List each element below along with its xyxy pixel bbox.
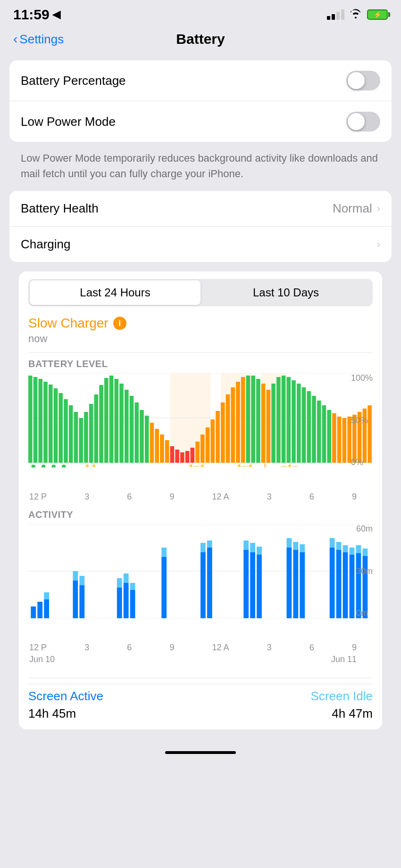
svg-rect-32 (160, 434, 164, 463)
svg-rect-22 (109, 376, 114, 463)
charging-right: › (377, 238, 380, 251)
battery-x-labels: 12 P 3 6 9 12 A 3 6 9 (28, 491, 373, 509)
svg-rect-8 (38, 379, 42, 463)
svg-rect-90 (73, 581, 78, 618)
svg-text:⚡⚡: ⚡⚡ (84, 463, 97, 467)
chart-section: Last 24 Hours Last 10 Days Slow Charger … (19, 271, 382, 729)
home-indicator-container (0, 744, 401, 762)
svg-rect-12 (58, 393, 63, 463)
battery-health-label: Battery Health (21, 201, 99, 216)
act-x-12p: 12 P (29, 643, 47, 653)
svg-rect-103 (200, 543, 206, 552)
divider-1 (28, 352, 373, 353)
svg-rect-11 (54, 388, 58, 463)
svg-rect-93 (79, 576, 84, 585)
screen-idle-legend: Screen Idle (310, 689, 373, 704)
svg-rect-45 (226, 394, 230, 463)
svg-rect-122 (343, 552, 348, 618)
svg-rect-62 (312, 396, 316, 463)
chart-legend: Screen Active Screen Idle (28, 684, 373, 705)
y-label-0m: 0m (356, 608, 373, 618)
low-power-mode-row[interactable]: Low Power Mode (9, 101, 392, 142)
home-indicator[interactable] (165, 751, 236, 754)
svg-text:—⚡—: —⚡— (282, 463, 299, 467)
svg-rect-100 (161, 557, 167, 618)
time-segmented-control[interactable]: Last 24 Hours Last 10 Days (28, 279, 373, 306)
act-x-6p: 6 (309, 643, 314, 653)
svg-rect-107 (243, 540, 249, 550)
charging-chevron-icon: › (377, 238, 380, 251)
battery-percentage-toggle[interactable] (346, 71, 380, 90)
battery-chart-svg: ⚡⚡ ⚡—⚡ ⚡—⚡ || —⚡— (28, 373, 373, 467)
svg-point-74 (31, 465, 35, 467)
status-icons: ⚡ (327, 8, 388, 21)
svg-rect-46 (231, 387, 235, 463)
svg-rect-63 (317, 401, 321, 463)
svg-rect-17 (84, 412, 88, 463)
battery-health-row[interactable]: Battery Health Normal › (9, 191, 392, 227)
battery-percentage-label: Battery Percentage (21, 74, 126, 88)
svg-rect-30 (150, 423, 154, 463)
svg-rect-56 (282, 376, 286, 463)
info-badge[interactable]: i (113, 317, 126, 330)
svg-rect-124 (350, 555, 355, 618)
svg-rect-24 (119, 384, 124, 463)
battery-y-labels: 100% 50% 0% (351, 373, 373, 467)
svg-rect-94 (117, 588, 122, 618)
svg-rect-7 (33, 377, 38, 463)
battery-percentage-row[interactable]: Battery Percentage (9, 60, 392, 101)
svg-rect-86 (31, 606, 36, 618)
time-label: 11:59 (13, 7, 50, 23)
segment-10d[interactable]: Last 10 Days (200, 280, 371, 305)
nav-bar: ‹ Settings Battery (0, 26, 401, 57)
svg-rect-67 (337, 417, 342, 463)
svg-rect-28 (140, 410, 144, 463)
y-label-30m: 30m (356, 566, 373, 576)
svg-rect-121 (336, 542, 342, 550)
signal-bar-2 (332, 14, 335, 20)
battery-toggles-card: Battery Percentage Low Power Mode (9, 60, 392, 142)
svg-rect-6 (28, 376, 33, 463)
charging-row[interactable]: Charging › (9, 227, 392, 262)
svg-rect-65 (327, 410, 331, 463)
low-power-description: Low Power Mode temporarily reduces backg… (9, 146, 392, 191)
svg-rect-49 (246, 376, 251, 463)
act-x-9a: 9 (169, 643, 174, 653)
svg-rect-43 (216, 411, 220, 463)
svg-rect-35 (175, 450, 179, 463)
act-x-6a: 6 (127, 643, 132, 653)
svg-rect-96 (124, 583, 129, 618)
svg-rect-23 (115, 379, 119, 463)
x-label-12a: 12 A (212, 492, 229, 502)
bottom-values: 14h 45m 4h 47m (28, 705, 373, 722)
svg-point-75 (42, 465, 46, 467)
svg-rect-14 (69, 405, 73, 463)
svg-rect-10 (49, 385, 53, 463)
x-label-3a: 3 (84, 492, 89, 502)
svg-rect-61 (307, 391, 311, 463)
back-button[interactable]: ‹ Settings (13, 32, 64, 47)
activity-label: ACTIVITY (28, 509, 373, 520)
segment-24h[interactable]: Last 24 Hours (30, 280, 200, 305)
svg-rect-58 (292, 380, 296, 463)
svg-rect-98 (130, 590, 135, 618)
screen-active-legend: Screen Active (28, 689, 103, 704)
svg-point-76 (51, 465, 56, 467)
svg-rect-123 (343, 545, 348, 552)
toggle-thumb-2 (348, 113, 365, 130)
svg-point-77 (62, 465, 66, 467)
svg-rect-115 (293, 542, 298, 550)
svg-rect-99 (130, 583, 135, 590)
svg-rect-54 (271, 384, 276, 463)
status-time: 11:59 ◀ (13, 7, 60, 23)
location-icon: ◀ (52, 8, 60, 21)
low-power-mode-toggle[interactable] (346, 112, 380, 131)
wifi-icon (349, 8, 362, 21)
svg-rect-29 (145, 416, 149, 463)
svg-rect-120 (336, 550, 342, 618)
x-label-6a: 6 (127, 492, 132, 502)
svg-rect-101 (161, 548, 167, 557)
settings-section: Battery Percentage Low Power Mode Low Po… (9, 60, 392, 729)
now-label: now (28, 333, 373, 345)
svg-rect-51 (256, 379, 260, 463)
